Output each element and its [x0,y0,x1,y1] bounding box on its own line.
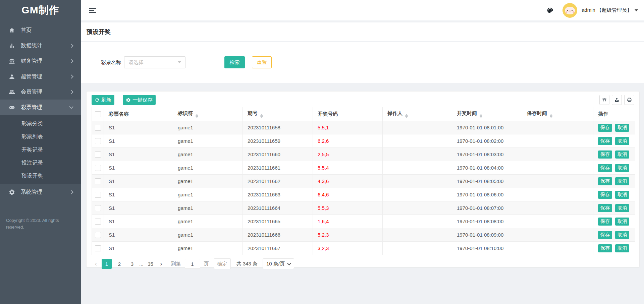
save-button[interactable]: 保存 [598,137,612,145]
cancel-button[interactable]: 取消 [615,218,629,226]
save-button[interactable]: 保存 [598,124,612,132]
cancel-button[interactable]: 取消 [615,124,629,132]
save-button[interactable]: 保存 [598,231,612,239]
per-page-select[interactable]: 10 条/页 [263,258,294,269]
save-button[interactable]: 保存 [598,177,612,185]
sidebar-item-members[interactable]: 会员管理 [0,84,81,100]
table-toolbar: 刷新 一键保存 [92,94,634,106]
column-label: 开奖号码 [318,111,338,117]
sort-icon[interactable] [405,114,408,118]
user-dropdown[interactable]: admin 【超级管理员】 [582,7,638,13]
sort-icon[interactable] [480,114,482,118]
confirm-page-button[interactable]: 确定 [214,258,231,269]
column-header-save_time[interactable]: 保存时间 [522,107,593,121]
cell-numbers: 3,2,3 [313,242,383,255]
cancel-button[interactable]: 取消 [615,137,629,145]
lottery-name-select[interactable]: 请选择 [124,56,185,68]
cell-numbers: 5,2,3 [313,228,383,242]
search-button[interactable]: 检索 [224,56,245,68]
cell-operator [383,242,452,255]
cancel-button[interactable]: 取消 [615,177,629,185]
cell-save_time [522,201,593,215]
column-label: 保存时间 [527,110,547,116]
cell-actions: 保存取消 [593,134,635,148]
page-button-3[interactable]: 3 [127,259,137,269]
avatar[interactable] [562,3,577,18]
cancel-button[interactable]: 取消 [615,231,629,239]
goto-page-input[interactable] [185,259,200,269]
theme-palette-icon[interactable] [546,7,554,14]
sort-icon[interactable] [550,114,552,118]
save-button[interactable]: 保存 [598,244,612,252]
cell-issue: 202310111660 [243,148,313,161]
lottery-name-label: 彩票名称 [101,59,121,66]
row-checkbox[interactable] [95,138,101,144]
bank-icon [9,58,15,64]
column-label: 彩票名称 [109,111,129,117]
sidebar-item-system[interactable]: 系统管理 [0,184,81,200]
cell-actions: 保存取消 [593,148,635,161]
row-checkbox[interactable] [95,192,101,198]
sidebar-item-finance[interactable]: 财务管理 [0,53,81,69]
sidebar-item-lottery[interactable]: 彩票管理 [0,100,81,115]
save-button[interactable]: 保存 [598,150,612,159]
cancel-button[interactable]: 取消 [615,204,629,212]
sidebar-item-stats[interactable]: 数据统计 [0,38,81,53]
row-checkbox[interactable] [95,125,101,131]
export-button[interactable] [612,95,622,105]
next-page-button[interactable]: › [157,259,166,269]
row-checkbox[interactable] [95,232,101,238]
cancel-button[interactable]: 取消 [615,150,629,159]
cell-save_time [522,121,593,134]
page-button-35[interactable]: 35 [146,259,156,269]
sidebar-subitem-draw-records[interactable]: 开奖记录 [0,143,81,156]
cell-draw_time: 1970-01-01 08:09:00 [452,228,522,242]
cancel-button[interactable]: 取消 [615,244,629,252]
sidebar-item-superadmin[interactable]: 超管管理 [0,69,81,84]
column-header-draw_time[interactable]: 开奖时间 [452,107,522,121]
cell-numbers: 6,4,6 [313,188,383,201]
sidebar: GM制作 首页数据统计财务管理超管管理会员管理彩票管理彩票分类彩票列表开奖记录投… [0,0,81,304]
sidebar-subitem-lottery-category[interactable]: 彩票分类 [0,117,81,130]
sort-icon[interactable] [196,114,198,118]
row-checkbox[interactable] [95,178,101,184]
prev-page-button[interactable]: ‹ [92,259,100,269]
cell-operator [383,228,452,242]
chevron-down-icon [178,61,181,63]
save-button[interactable]: 保存 [598,204,612,212]
sidebar-subitem-bet-records[interactable]: 投注记录 [0,156,81,169]
row-checkbox[interactable] [95,205,101,211]
save-all-button[interactable]: 一键保存 [123,95,156,105]
column-header-select[interactable] [92,107,104,121]
row-checkbox[interactable] [95,165,101,171]
sidebar-subitem-lottery-list[interactable]: 彩票列表 [0,130,81,143]
sidebar-item-home[interactable]: 首页 [0,22,81,38]
row-checkbox[interactable] [95,219,101,225]
column-header-code[interactable]: 标识符 [173,107,243,121]
row-select-cell [92,201,104,215]
reset-button[interactable]: 重置 [252,56,272,68]
sidebar-item-label: 首页 [21,27,73,34]
sort-icon[interactable] [260,114,263,118]
page-button-1[interactable]: 1 [102,259,112,269]
row-checkbox[interactable] [95,151,101,158]
columns-button[interactable] [599,95,609,105]
hamburger-menu-icon[interactable] [89,7,96,14]
cell-issue: 202310111659 [243,134,313,148]
cancel-button[interactable]: 取消 [615,164,629,172]
save-button[interactable]: 保存 [598,191,612,199]
select-all-checkbox[interactable] [95,111,101,117]
save-button[interactable]: 保存 [598,218,612,226]
cancel-button[interactable]: 取消 [615,191,629,199]
page-button-2[interactable]: 2 [114,259,124,269]
column-header-operator[interactable]: 操作人 [383,107,452,121]
refresh-button[interactable]: 刷新 [92,95,114,105]
sidebar-subitem-preset-draw[interactable]: 预设开奖 [0,169,81,182]
cell-numbers: 2,5,5 [313,148,383,161]
cell-name: S1 [104,148,173,161]
save-button[interactable]: 保存 [598,164,612,172]
print-button[interactable] [624,95,634,105]
row-checkbox[interactable] [95,245,101,251]
app-logo: GM制作 [0,0,81,20]
column-header-issue[interactable]: 期号 [243,107,313,121]
